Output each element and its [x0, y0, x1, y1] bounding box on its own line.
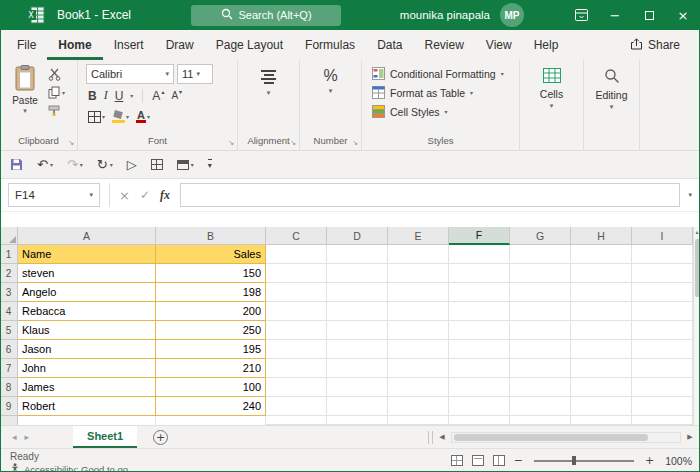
row-header[interactable]: 7	[0, 359, 18, 378]
borders-button[interactable]: ▾	[88, 111, 105, 123]
cell-b5[interactable]: 250	[156, 321, 266, 340]
vertical-scroll-thumb[interactable]	[695, 239, 700, 297]
column-header-g[interactable]: G	[510, 227, 571, 245]
sheet-tab-sheet1[interactable]: Sheet1	[73, 426, 137, 448]
empty-cells[interactable]	[266, 397, 700, 416]
window-view-button[interactable]: ▾	[177, 160, 194, 170]
fill-color-button[interactable]: ▾	[112, 111, 129, 123]
cell-a4[interactable]: Rebacca	[18, 302, 156, 321]
redo-dropdown-icon[interactable]: ▾	[80, 161, 83, 168]
cells-dropdown-icon[interactable]: ▾	[550, 103, 554, 110]
select-all-button[interactable]	[0, 227, 18, 245]
undo-dropdown-icon[interactable]: ▾	[50, 161, 53, 168]
cell-b9[interactable]: 240	[156, 397, 266, 416]
row-header[interactable]: 9	[0, 397, 18, 416]
empty-cells[interactable]	[266, 302, 700, 321]
column-header-c[interactable]: C	[266, 227, 327, 245]
new-sheet-button[interactable]: +	[153, 430, 168, 445]
paste-button[interactable]: Paste ▾	[8, 65, 42, 135]
underline-button[interactable]: U	[115, 89, 124, 103]
editing-icon[interactable]	[604, 68, 620, 86]
search-box[interactable]: Search (Alt+Q)	[191, 5, 341, 26]
refresh-button[interactable]: ↻▾	[97, 158, 113, 171]
tab-help[interactable]: Help	[523, 30, 570, 60]
page-break-preview-button[interactable]	[493, 455, 505, 466]
conditional-formatting-dropdown-icon[interactable]: ▾	[501, 71, 504, 77]
cell[interactable]	[18, 416, 156, 425]
minimize-button[interactable]: −	[598, 0, 632, 30]
format-as-table-dropdown-icon[interactable]: ▾	[470, 90, 473, 96]
horizontal-scroll-thumb[interactable]	[454, 434, 648, 441]
cancel-button[interactable]: ×	[119, 188, 130, 203]
cell[interactable]	[156, 416, 266, 425]
number-dialog-launcher-icon[interactable]: ↘	[352, 139, 358, 147]
close-button[interactable]: ×	[666, 0, 700, 30]
row-header[interactable]	[0, 416, 18, 425]
column-header-e[interactable]: E	[388, 227, 449, 245]
share-button[interactable]: Share	[622, 30, 688, 60]
redo-button[interactable]: ↷▾	[67, 158, 83, 171]
alignment-dropdown-icon[interactable]: ▾	[267, 90, 271, 97]
font-size-dropdown-icon[interactable]: ▾	[196, 71, 200, 78]
page-layout-view-button[interactable]	[472, 455, 484, 466]
cell-a3[interactable]: Angelo	[18, 283, 156, 302]
paste-dropdown-icon[interactable]: ▾	[23, 108, 27, 115]
cell-b8[interactable]: 100	[156, 378, 266, 397]
insert-function-button[interactable]: fx	[160, 188, 170, 203]
sheet-nav-left-icon[interactable]: ◂	[8, 432, 21, 442]
empty-cells[interactable]	[266, 283, 700, 302]
cell-a8[interactable]: James	[18, 378, 156, 397]
alignment-icon[interactable]	[261, 69, 276, 85]
horizontal-scrollbar[interactable]: ◀ ▶	[428, 426, 700, 448]
cell-b1[interactable]: Sales	[156, 245, 266, 264]
cell-b6[interactable]: 195	[156, 340, 266, 359]
cell-a9[interactable]: Robert	[18, 397, 156, 416]
cell-a1[interactable]: Name	[18, 245, 156, 264]
cell-styles-dropdown-icon[interactable]: ▾	[445, 109, 448, 115]
format-painter-button[interactable]	[48, 103, 65, 118]
row-header[interactable]: 5	[0, 321, 18, 340]
formula-input[interactable]	[180, 183, 681, 207]
tab-draw[interactable]: Draw	[155, 30, 205, 60]
bold-button[interactable]: B	[88, 89, 97, 103]
borders-dropdown-icon[interactable]: ▾	[102, 114, 105, 120]
cell-b4[interactable]: 200	[156, 302, 266, 321]
column-header-b[interactable]: B	[156, 227, 266, 245]
tab-file[interactable]: File	[6, 30, 47, 60]
empty-cells[interactable]	[266, 321, 700, 340]
row-header[interactable]: 1	[0, 245, 18, 264]
underline-dropdown-icon[interactable]: ▾	[130, 93, 133, 99]
ribbon-display-options-icon[interactable]	[564, 0, 598, 30]
scroll-right-icon[interactable]: ▶	[684, 433, 696, 441]
empty-cells[interactable]	[266, 245, 700, 264]
undo-button[interactable]: ↶▾	[37, 158, 53, 171]
font-name-select[interactable]: Calibri▾	[86, 64, 174, 84]
column-header-i[interactable]: I	[632, 227, 693, 245]
column-header-h[interactable]: H	[571, 227, 632, 245]
empty-cells[interactable]	[266, 416, 700, 425]
zoom-in-button[interactable]: +	[645, 454, 654, 467]
cell-b7[interactable]: 210	[156, 359, 266, 378]
sheet-nav-right-icon[interactable]: ▸	[21, 432, 34, 442]
window-dropdown-icon[interactable]: ▾	[191, 161, 194, 168]
refresh-dropdown-icon[interactable]: ▾	[110, 161, 113, 168]
copy-button[interactable]: ▾	[48, 85, 65, 100]
enter-button[interactable]: ✓	[140, 188, 150, 202]
scroll-up-icon[interactable]: ▴	[695, 227, 698, 237]
maximize-button[interactable]	[632, 0, 666, 30]
number-dropdown-icon[interactable]: ▾	[329, 88, 333, 95]
font-color-button[interactable]: A▾	[136, 110, 150, 123]
tab-insert[interactable]: Insert	[103, 30, 155, 60]
cell-a5[interactable]: Klaus	[18, 321, 156, 340]
fill-color-dropdown-icon[interactable]: ▾	[126, 114, 129, 120]
scroll-left-icon[interactable]: ◀	[436, 433, 448, 441]
column-header-a[interactable]: A	[18, 227, 156, 245]
play-button[interactable]: ▷	[127, 158, 137, 171]
tab-page-layout[interactable]: Page Layout	[205, 30, 294, 60]
name-box[interactable]: F14 ▾	[8, 183, 100, 207]
user-name[interactable]: mounika pinapala	[400, 9, 490, 21]
name-box-dropdown-icon[interactable]: ▾	[89, 191, 93, 199]
avatar[interactable]: MP	[500, 3, 524, 27]
customize-qat-button[interactable]: ▾	[208, 159, 212, 170]
font-dialog-launcher-icon[interactable]: ↘	[228, 139, 234, 147]
